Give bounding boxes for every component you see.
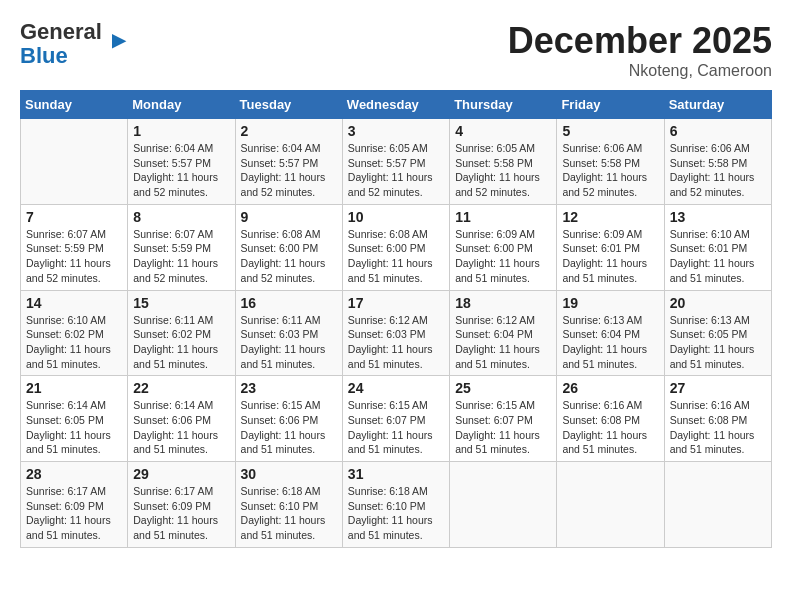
month-title: December 2025 <box>508 20 772 62</box>
day-info: Sunrise: 6:15 AMSunset: 6:07 PMDaylight:… <box>348 398 444 457</box>
day-cell: 7Sunrise: 6:07 AMSunset: 5:59 PMDaylight… <box>21 204 128 290</box>
day-cell: 1Sunrise: 6:04 AMSunset: 5:57 PMDaylight… <box>128 119 235 205</box>
day-cell <box>664 462 771 548</box>
day-number: 7 <box>26 209 122 225</box>
day-cell <box>450 462 557 548</box>
day-number: 8 <box>133 209 229 225</box>
header-saturday: Saturday <box>664 91 771 119</box>
day-cell: 2Sunrise: 6:04 AMSunset: 5:57 PMDaylight… <box>235 119 342 205</box>
day-number: 30 <box>241 466 337 482</box>
day-number: 5 <box>562 123 658 139</box>
calendar-header: SundayMondayTuesdayWednesdayThursdayFrid… <box>21 91 772 119</box>
day-cell: 21Sunrise: 6:14 AMSunset: 6:05 PMDayligh… <box>21 376 128 462</box>
page-header: General Blue December 2025 Nkoteng, Came… <box>20 20 772 80</box>
day-number: 16 <box>241 295 337 311</box>
day-cell: 13Sunrise: 6:10 AMSunset: 6:01 PMDayligh… <box>664 204 771 290</box>
header-monday: Monday <box>128 91 235 119</box>
day-info: Sunrise: 6:08 AMSunset: 6:00 PMDaylight:… <box>241 227 337 286</box>
day-cell: 22Sunrise: 6:14 AMSunset: 6:06 PMDayligh… <box>128 376 235 462</box>
day-cell: 18Sunrise: 6:12 AMSunset: 6:04 PMDayligh… <box>450 290 557 376</box>
day-cell: 14Sunrise: 6:10 AMSunset: 6:02 PMDayligh… <box>21 290 128 376</box>
day-number: 31 <box>348 466 444 482</box>
day-cell: 12Sunrise: 6:09 AMSunset: 6:01 PMDayligh… <box>557 204 664 290</box>
day-cell: 5Sunrise: 6:06 AMSunset: 5:58 PMDaylight… <box>557 119 664 205</box>
week-row-1: 7Sunrise: 6:07 AMSunset: 5:59 PMDaylight… <box>21 204 772 290</box>
day-cell: 28Sunrise: 6:17 AMSunset: 6:09 PMDayligh… <box>21 462 128 548</box>
day-number: 14 <box>26 295 122 311</box>
day-cell: 20Sunrise: 6:13 AMSunset: 6:05 PMDayligh… <box>664 290 771 376</box>
day-cell: 25Sunrise: 6:15 AMSunset: 6:07 PMDayligh… <box>450 376 557 462</box>
day-info: Sunrise: 6:18 AMSunset: 6:10 PMDaylight:… <box>348 484 444 543</box>
day-info: Sunrise: 6:14 AMSunset: 6:05 PMDaylight:… <box>26 398 122 457</box>
day-cell: 27Sunrise: 6:16 AMSunset: 6:08 PMDayligh… <box>664 376 771 462</box>
week-row-0: 1Sunrise: 6:04 AMSunset: 5:57 PMDaylight… <box>21 119 772 205</box>
day-cell <box>557 462 664 548</box>
day-info: Sunrise: 6:08 AMSunset: 6:00 PMDaylight:… <box>348 227 444 286</box>
day-number: 23 <box>241 380 337 396</box>
day-cell <box>21 119 128 205</box>
day-number: 24 <box>348 380 444 396</box>
day-info: Sunrise: 6:17 AMSunset: 6:09 PMDaylight:… <box>133 484 229 543</box>
day-number: 20 <box>670 295 766 311</box>
header-thursday: Thursday <box>450 91 557 119</box>
header-wednesday: Wednesday <box>342 91 449 119</box>
day-number: 11 <box>455 209 551 225</box>
week-row-4: 28Sunrise: 6:17 AMSunset: 6:09 PMDayligh… <box>21 462 772 548</box>
day-number: 26 <box>562 380 658 396</box>
day-info: Sunrise: 6:12 AMSunset: 6:04 PMDaylight:… <box>455 313 551 372</box>
title-block: December 2025 Nkoteng, Cameroon <box>508 20 772 80</box>
location: Nkoteng, Cameroon <box>508 62 772 80</box>
day-info: Sunrise: 6:04 AMSunset: 5:57 PMDaylight:… <box>241 141 337 200</box>
day-info: Sunrise: 6:12 AMSunset: 6:03 PMDaylight:… <box>348 313 444 372</box>
day-info: Sunrise: 6:09 AMSunset: 6:00 PMDaylight:… <box>455 227 551 286</box>
day-number: 1 <box>133 123 229 139</box>
day-number: 29 <box>133 466 229 482</box>
day-number: 22 <box>133 380 229 396</box>
day-cell: 9Sunrise: 6:08 AMSunset: 6:00 PMDaylight… <box>235 204 342 290</box>
day-number: 12 <box>562 209 658 225</box>
day-cell: 23Sunrise: 6:15 AMSunset: 6:06 PMDayligh… <box>235 376 342 462</box>
day-info: Sunrise: 6:16 AMSunset: 6:08 PMDaylight:… <box>670 398 766 457</box>
day-info: Sunrise: 6:10 AMSunset: 6:02 PMDaylight:… <box>26 313 122 372</box>
logo-blue: Blue <box>20 43 68 68</box>
day-info: Sunrise: 6:17 AMSunset: 6:09 PMDaylight:… <box>26 484 122 543</box>
day-cell: 31Sunrise: 6:18 AMSunset: 6:10 PMDayligh… <box>342 462 449 548</box>
header-sunday: Sunday <box>21 91 128 119</box>
day-info: Sunrise: 6:06 AMSunset: 5:58 PMDaylight:… <box>562 141 658 200</box>
day-info: Sunrise: 6:06 AMSunset: 5:58 PMDaylight:… <box>670 141 766 200</box>
day-info: Sunrise: 6:09 AMSunset: 6:01 PMDaylight:… <box>562 227 658 286</box>
day-number: 6 <box>670 123 766 139</box>
day-number: 2 <box>241 123 337 139</box>
day-cell: 16Sunrise: 6:11 AMSunset: 6:03 PMDayligh… <box>235 290 342 376</box>
day-info: Sunrise: 6:13 AMSunset: 6:05 PMDaylight:… <box>670 313 766 372</box>
day-cell: 30Sunrise: 6:18 AMSunset: 6:10 PMDayligh… <box>235 462 342 548</box>
day-info: Sunrise: 6:15 AMSunset: 6:06 PMDaylight:… <box>241 398 337 457</box>
day-cell: 29Sunrise: 6:17 AMSunset: 6:09 PMDayligh… <box>128 462 235 548</box>
day-info: Sunrise: 6:13 AMSunset: 6:04 PMDaylight:… <box>562 313 658 372</box>
svg-marker-0 <box>112 34 126 48</box>
day-cell: 4Sunrise: 6:05 AMSunset: 5:58 PMDaylight… <box>450 119 557 205</box>
day-number: 10 <box>348 209 444 225</box>
day-info: Sunrise: 6:11 AMSunset: 6:02 PMDaylight:… <box>133 313 229 372</box>
day-cell: 15Sunrise: 6:11 AMSunset: 6:02 PMDayligh… <box>128 290 235 376</box>
day-info: Sunrise: 6:14 AMSunset: 6:06 PMDaylight:… <box>133 398 229 457</box>
day-cell: 6Sunrise: 6:06 AMSunset: 5:58 PMDaylight… <box>664 119 771 205</box>
calendar-body: 1Sunrise: 6:04 AMSunset: 5:57 PMDaylight… <box>21 119 772 548</box>
day-info: Sunrise: 6:15 AMSunset: 6:07 PMDaylight:… <box>455 398 551 457</box>
day-number: 19 <box>562 295 658 311</box>
day-cell: 8Sunrise: 6:07 AMSunset: 5:59 PMDaylight… <box>128 204 235 290</box>
day-info: Sunrise: 6:07 AMSunset: 5:59 PMDaylight:… <box>26 227 122 286</box>
day-cell: 17Sunrise: 6:12 AMSunset: 6:03 PMDayligh… <box>342 290 449 376</box>
day-info: Sunrise: 6:04 AMSunset: 5:57 PMDaylight:… <box>133 141 229 200</box>
day-number: 18 <box>455 295 551 311</box>
day-number: 9 <box>241 209 337 225</box>
header-tuesday: Tuesday <box>235 91 342 119</box>
day-info: Sunrise: 6:16 AMSunset: 6:08 PMDaylight:… <box>562 398 658 457</box>
day-number: 15 <box>133 295 229 311</box>
header-friday: Friday <box>557 91 664 119</box>
calendar-table: SundayMondayTuesdayWednesdayThursdayFrid… <box>20 90 772 548</box>
day-info: Sunrise: 6:18 AMSunset: 6:10 PMDaylight:… <box>241 484 337 543</box>
week-row-3: 21Sunrise: 6:14 AMSunset: 6:05 PMDayligh… <box>21 376 772 462</box>
logo-general: General <box>20 19 102 44</box>
day-cell: 26Sunrise: 6:16 AMSunset: 6:08 PMDayligh… <box>557 376 664 462</box>
